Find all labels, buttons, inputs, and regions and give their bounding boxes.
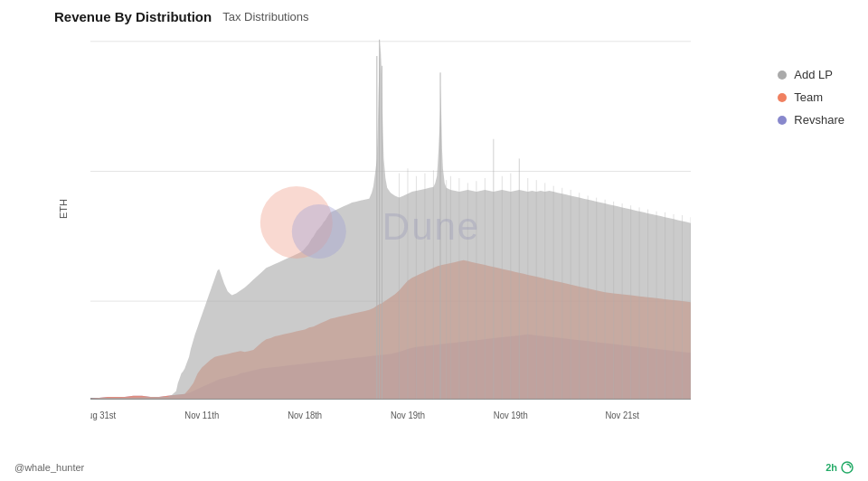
svg-text:Aug 31st: Aug 31st — [90, 410, 116, 420]
chart-legend: Add LP Team Revshare — [778, 68, 844, 127]
svg-text:Nov 18th: Nov 18th — [288, 410, 322, 420]
footer-refresh: 2h — [826, 461, 854, 474]
svg-text:Nov 11th: Nov 11th — [184, 410, 219, 420]
legend-item-revshare: Revshare — [778, 113, 844, 127]
svg-text:Nov 19th: Nov 19th — [391, 410, 425, 420]
svg-text:Nov 19th: Nov 19th — [494, 410, 528, 420]
svg-text:Nov 21st: Nov 21st — [605, 410, 639, 420]
legend-label-revshare: Revshare — [794, 113, 844, 127]
chart-inner: ETH Dune 1.5 1 0.5 0 — [54, 32, 854, 422]
chart-container: Revenue By Distribution Tax Distribution… — [0, 0, 868, 481]
refresh-icon — [841, 461, 854, 474]
title-area: Revenue By Distribution Tax Distribution… — [54, 9, 854, 24]
footer-username: @whale_hunter — [14, 462, 84, 473]
chart-title: Revenue By Distribution — [54, 9, 212, 24]
legend-item-add-lp: Add LP — [778, 68, 844, 81]
legend-item-team: Team — [778, 90, 844, 104]
refresh-time: 2h — [826, 462, 837, 473]
chart-svg: 1.5 1 0.5 0 Aug 31st Nov 11th Nov 18th N… — [90, 32, 691, 422]
svg-marker-56 — [851, 466, 853, 467]
legend-label-team: Team — [794, 90, 823, 104]
legend-label-add-lp: Add LP — [794, 68, 833, 81]
chart-footer: @whale_hunter 2h — [14, 461, 854, 474]
chart-subtitle: Tax Distributions — [222, 10, 308, 24]
legend-dot-add-lp — [778, 71, 787, 80]
y-axis-label: ETH — [54, 32, 72, 386]
chart-area: Dune 1.5 1 0.5 0 Aug 31st Nov 11th Nov 1… — [90, 32, 691, 422]
legend-dot-revshare — [778, 116, 787, 125]
legend-dot-team — [778, 93, 787, 102]
